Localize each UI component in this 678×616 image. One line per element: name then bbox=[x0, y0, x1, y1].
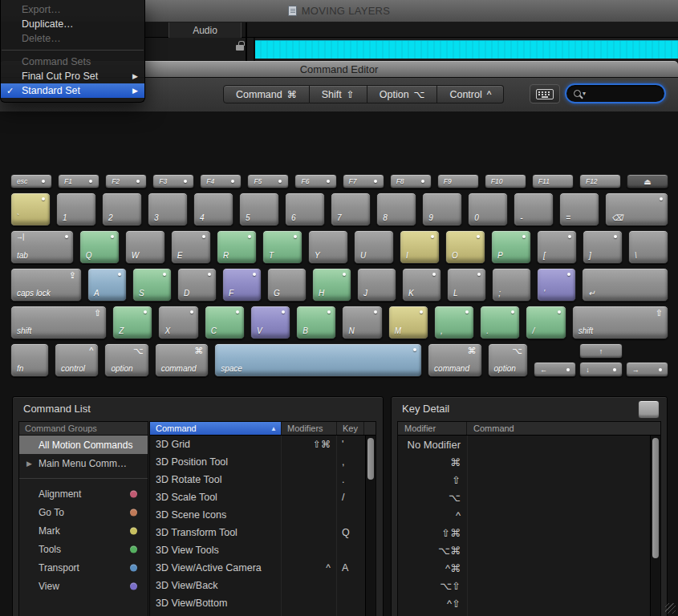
column-header-modifier[interactable]: Modifier bbox=[398, 422, 467, 435]
key-f7[interactable]: F7 bbox=[343, 174, 384, 188]
key-s[interactable]: S bbox=[132, 268, 172, 302]
key-minus[interactable]: - bbox=[514, 192, 554, 226]
key-detail-row-key[interactable]: ^⌘ bbox=[398, 559, 660, 577]
key-9[interactable]: 9 bbox=[422, 192, 462, 226]
group-row-alignment[interactable]: Alignment bbox=[19, 484, 148, 503]
search-field[interactable]: ▾ bbox=[565, 83, 666, 103]
menu-item-command-sets[interactable]: Command Sets bbox=[1, 55, 144, 69]
key-option-left[interactable]: ⌥option bbox=[104, 343, 148, 377]
key-f10[interactable]: F10 bbox=[485, 174, 526, 188]
key-f6[interactable]: F6 bbox=[294, 174, 336, 188]
key-7[interactable]: 7 bbox=[331, 192, 371, 226]
key-e[interactable]: E bbox=[171, 230, 211, 264]
key-f12[interactable]: F12 bbox=[579, 174, 621, 188]
key-shift-left[interactable]: ⇧shift bbox=[10, 306, 107, 339]
group-row-go-to[interactable]: Go To bbox=[19, 503, 148, 521]
column-header-command[interactable]: Command bbox=[467, 422, 660, 435]
menu-item-export[interactable]: Export… bbox=[1, 2, 144, 17]
command-row-3d-view-focus-on-object[interactable]: 3D View/Focus On Object^F bbox=[150, 612, 376, 616]
column-header-command[interactable]: Command ▲ bbox=[150, 422, 282, 435]
key-f3[interactable]: F3 bbox=[152, 174, 194, 188]
key-command-right[interactable]: ⌘command bbox=[428, 343, 481, 377]
key-v[interactable]: V bbox=[250, 306, 290, 339]
modifier-button-shift[interactable]: Shift⇧ bbox=[310, 85, 367, 103]
key-f4[interactable]: F4 bbox=[200, 174, 242, 188]
key-backslash[interactable]: \ bbox=[628, 230, 668, 264]
command-row-3d-position-tool[interactable]: 3D Position Tool, bbox=[150, 453, 376, 471]
key-detail-row-key[interactable]: ⇧⌘ bbox=[398, 524, 660, 541]
key-detail-scrollbar[interactable]: ▲▼ bbox=[650, 436, 660, 616]
group-row-transport[interactable]: Transport bbox=[19, 558, 148, 577]
group-row-view[interactable]: View bbox=[19, 577, 148, 595]
key-z[interactable]: Z bbox=[112, 306, 152, 339]
key-equals[interactable]: = bbox=[559, 192, 599, 226]
key-y[interactable]: Y bbox=[308, 230, 348, 264]
keyboard-toggle-button[interactable] bbox=[530, 84, 560, 103]
key-c[interactable]: C bbox=[205, 306, 245, 339]
command-row-3d-rotate-tool[interactable]: 3D Rotate Tool. bbox=[150, 471, 376, 488]
key-detail-row-no-modifier[interactable]: No Modifier bbox=[398, 436, 660, 453]
key-semicolon[interactable]: ; bbox=[492, 268, 531, 302]
key-slash[interactable]: / bbox=[526, 306, 566, 339]
resize-grip[interactable] bbox=[665, 603, 676, 614]
key-g[interactable]: G bbox=[267, 268, 307, 302]
key-j[interactable]: J bbox=[357, 268, 396, 302]
group-row-main-menu-comm[interactable]: ▶Main Menu Comm… bbox=[19, 454, 148, 472]
group-row-tools[interactable]: Tools bbox=[19, 540, 148, 558]
key-detail-row-key[interactable]: ⌥⇧ bbox=[398, 577, 660, 594]
command-row-3d-view-active-camera[interactable]: 3D View/Active Camera^A bbox=[150, 559, 376, 577]
key-6[interactable]: 6 bbox=[285, 192, 325, 226]
key-detail-row-key[interactable]: ⌥ bbox=[398, 488, 660, 506]
key-f11[interactable]: F11 bbox=[532, 174, 574, 188]
group-row-mark[interactable]: Mark bbox=[19, 521, 148, 540]
column-header-modifiers[interactable]: Modifiers bbox=[282, 422, 337, 435]
key-5[interactable]: 5 bbox=[239, 192, 279, 226]
key-cap-button[interactable] bbox=[638, 400, 660, 419]
key-r[interactable]: R bbox=[217, 230, 257, 264]
key-t[interactable]: T bbox=[262, 230, 302, 264]
key-option-right[interactable]: ⌥option bbox=[488, 343, 528, 377]
modifier-button-option[interactable]: Option⌥ bbox=[367, 85, 438, 103]
key-detail-row-key[interactable]: ⌘ bbox=[398, 453, 660, 471]
key-1[interactable]: 1 bbox=[56, 192, 96, 226]
key-esc[interactable]: esc bbox=[10, 174, 52, 188]
key-q[interactable]: Q bbox=[79, 230, 120, 264]
menu-item-duplicate[interactable]: Duplicate… bbox=[1, 17, 144, 31]
key-f2[interactable]: F2 bbox=[105, 174, 147, 188]
command-row-3d-view-back[interactable]: 3D View/Back bbox=[150, 577, 376, 594]
key-fn[interactable]: fn bbox=[10, 343, 49, 377]
command-row-3d-grid[interactable]: 3D Grid⇧⌘' bbox=[150, 436, 376, 453]
key-a[interactable]: A bbox=[87, 268, 127, 302]
key-arrow-right[interactable]: → bbox=[626, 362, 668, 377]
key-command-left[interactable]: ⌘command bbox=[155, 343, 209, 377]
command-row-3d-view-bottom[interactable]: 3D View/Bottom bbox=[150, 594, 376, 612]
key-l[interactable]: L bbox=[447, 268, 486, 302]
lock-icon[interactable] bbox=[236, 45, 244, 51]
key-f5[interactable]: F5 bbox=[247, 174, 289, 188]
disclosure-triangle-icon[interactable]: ▶ bbox=[26, 460, 32, 468]
search-input[interactable] bbox=[587, 88, 652, 99]
scrollbar-thumb[interactable] bbox=[367, 438, 374, 480]
key-delete[interactable]: ⌫ bbox=[605, 192, 668, 226]
key-f8[interactable]: F8 bbox=[390, 174, 432, 188]
key-arrow-left[interactable]: ← bbox=[534, 362, 576, 377]
key-arrow-down[interactable]: ↓ bbox=[579, 362, 622, 377]
key-2[interactable]: 2 bbox=[102, 192, 142, 226]
key-x[interactable]: X bbox=[158, 306, 198, 339]
command-table-scrollbar[interactable]: ▲▼ bbox=[365, 436, 376, 616]
key-control[interactable]: ^control bbox=[55, 343, 99, 377]
key-quote[interactable]: ' bbox=[537, 268, 576, 302]
key-space[interactable]: space bbox=[214, 343, 422, 377]
key-arrow-up[interactable]: ↑ bbox=[579, 343, 622, 359]
command-row-3d-scene-icons[interactable]: 3D Scene Icons bbox=[150, 506, 376, 524]
key-k[interactable]: K bbox=[402, 268, 441, 302]
key-detail-row-key[interactable]: ⌥⌘ bbox=[398, 541, 660, 559]
key-detail-row-key[interactable]: ⇧ bbox=[398, 471, 660, 488]
key-4[interactable]: 4 bbox=[193, 192, 233, 226]
modifier-button-command[interactable]: Command⌘ bbox=[223, 85, 310, 103]
group-row-all-motion-commands[interactable]: All Motion Commands bbox=[19, 436, 148, 454]
key-f9[interactable]: F9 bbox=[437, 174, 479, 188]
key-d[interactable]: D bbox=[177, 268, 217, 302]
key-h[interactable]: H bbox=[312, 268, 351, 302]
key-comma[interactable]: , bbox=[434, 306, 474, 339]
